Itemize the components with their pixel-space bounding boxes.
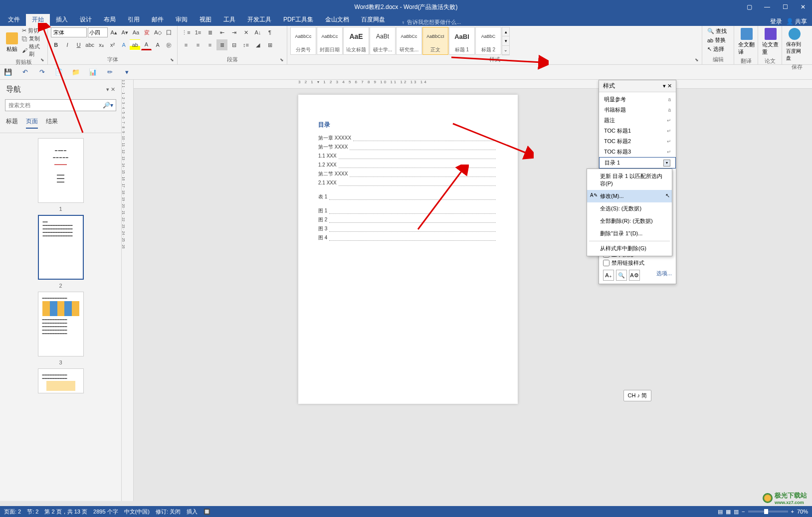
- style-dropdown-icon[interactable]: ▾: [663, 160, 670, 167]
- style-item-0[interactable]: AaBbCc分类号: [290, 27, 316, 55]
- status-word-count[interactable]: 2895 个字: [93, 508, 118, 516]
- style-item-5[interactable]: AaBbCcI正文: [422, 27, 448, 55]
- tab-jinshan[interactable]: 金山文档: [319, 13, 355, 26]
- replace-button[interactable]: ab替换: [705, 36, 729, 44]
- zoom-slider[interactable]: [748, 511, 788, 513]
- ctx-delete[interactable]: 删除"目录 1"(D)...: [587, 227, 672, 240]
- style-list-item[interactable]: TOC 标题1↵: [599, 126, 676, 136]
- numbering-btn[interactable]: 1≡: [193, 27, 203, 38]
- view-print-layout[interactable]: ▦: [726, 509, 731, 515]
- ime-indicator[interactable]: CH ♪ 简: [623, 390, 652, 401]
- tab-view[interactable]: 视图: [194, 13, 217, 26]
- ctx-modify[interactable]: A✎修改(M)...↖: [587, 190, 672, 202]
- search-input[interactable]: [5, 99, 116, 111]
- tab-developer[interactable]: 开发工具: [241, 13, 277, 26]
- disable-linked-checkbox[interactable]: 禁用链接样式: [603, 259, 672, 267]
- distribute-btn[interactable]: ⊟: [228, 39, 239, 50]
- ctx-remove-all[interactable]: 全部删除(R): (无数据): [587, 215, 672, 227]
- zoom-in-btn[interactable]: +: [791, 509, 794, 515]
- ctx-select-all[interactable]: 全选(S): (无数据): [587, 202, 672, 215]
- copy-button[interactable]: ⿻复制: [22, 35, 44, 42]
- style-inspector-btn[interactable]: 🔍: [616, 270, 627, 281]
- multilevel-btn[interactable]: ≣: [204, 27, 215, 38]
- qat-open[interactable]: 📁: [71, 67, 81, 77]
- status-insert-mode[interactable]: 插入: [187, 508, 198, 516]
- tellme-input[interactable]: ♀告诉我您想要做什么...: [401, 18, 461, 26]
- nav-tab-headings[interactable]: 标题: [6, 117, 18, 129]
- status-track-changes[interactable]: 修订: 关闭: [156, 508, 181, 516]
- asian-layout-btn[interactable]: ✕: [240, 27, 251, 38]
- superscript-btn[interactable]: x²: [107, 39, 118, 50]
- text-effects-btn[interactable]: A: [119, 39, 129, 50]
- tab-design[interactable]: 设计: [74, 13, 98, 26]
- font-color-btn[interactable]: A: [141, 39, 152, 50]
- tab-mailings[interactable]: 邮件: [146, 13, 170, 26]
- page-thumbnails[interactable]: ▬ ▬▬ ▬▬ ▬ ▬ ▬ ▬▬▬▬▬▬▬▬▬▬▬▬▬▬▬ 1 ▬▬▬▬▬▬▬▬…: [0, 133, 121, 501]
- status-page-count[interactable]: 第 2 页，共 13 页: [44, 508, 87, 516]
- strike-btn[interactable]: abc: [85, 39, 95, 50]
- thumb-1[interactable]: ▬ ▬▬ ▬▬ ▬ ▬ ▬ ▬▬▬▬▬▬▬▬▬▬▬▬▬▬▬: [38, 138, 84, 203]
- grow-font-btn[interactable]: A▴: [109, 27, 119, 38]
- justify-btn[interactable]: ≣: [216, 39, 227, 50]
- styles-options-link[interactable]: 选项...: [656, 270, 672, 281]
- style-item-3[interactable]: AaBt硕士学...: [370, 27, 396, 55]
- ctx-update-match[interactable]: 更新 目录 1 以匹配所选内容(P): [587, 170, 672, 190]
- thumb-2[interactable]: ▬▬▬▬▬▬▬▬▬▬▬▬▬▬▬▬▬▬▬▬▬▬▬▬▬▬▬▬▬▬▬▬▬▬▬▬▬▬▬▬…: [38, 215, 84, 280]
- minimize-btn[interactable]: —: [758, 0, 776, 14]
- highlight-btn[interactable]: ab: [130, 39, 140, 50]
- status-record-macro[interactable]: 🔲: [203, 509, 210, 515]
- thumb-4[interactable]: ▬▬▬▬▬▬▬▬▬▬▬▬▬▬▬▬▬▬▬▬: [38, 368, 84, 393]
- bold-btn[interactable]: B: [51, 39, 61, 50]
- enclose-btn[interactable]: ㊖: [164, 39, 174, 50]
- tab-insert[interactable]: 插入: [50, 13, 74, 26]
- styles-pane-close[interactable]: ▾ ✕: [663, 83, 672, 89]
- vertical-ruler[interactable]: 1 2 1 · · 1 · 2 · 3 · 4 · 5 · 6 · 7 · 8 …: [122, 80, 134, 501]
- italic-btn[interactable]: I: [62, 39, 73, 50]
- align-center-btn[interactable]: ≡: [193, 39, 203, 50]
- ribbon-display-btn[interactable]: ▢: [740, 0, 758, 14]
- style-item-1[interactable]: AaBbCc封面日期: [317, 27, 343, 55]
- share-button[interactable]: 👤 共享: [786, 17, 807, 26]
- tab-tools[interactable]: 工具: [217, 13, 241, 26]
- borders-btn[interactable]: ⊞: [264, 39, 275, 50]
- close-btn[interactable]: ✕: [794, 0, 812, 14]
- status-page[interactable]: 页面: 2: [4, 508, 21, 516]
- qat-undo[interactable]: ↶: [20, 67, 30, 77]
- thumb-3[interactable]: ▬▬▬▬▬▬▬▬▬▬▬▬▬▬▬▬▬▬▬▬▬▬▬▬▬▬▬▬▬▬▬▬▬▬▬▬▬▬▬▬…: [38, 292, 84, 356]
- increase-indent-btn[interactable]: ⇥: [228, 27, 239, 38]
- status-section[interactable]: 节: 2: [27, 508, 38, 516]
- qat-print[interactable]: 📊: [88, 67, 98, 77]
- tab-review[interactable]: 审阅: [170, 13, 194, 26]
- tab-layout[interactable]: 布局: [98, 13, 122, 26]
- qat-redo[interactable]: ↷: [37, 67, 47, 77]
- zoom-out-btn[interactable]: −: [742, 509, 745, 515]
- line-spacing-btn[interactable]: ↕≡: [240, 39, 251, 50]
- nav-tab-pages[interactable]: 页面: [26, 117, 38, 129]
- phonetic-btn[interactable]: 変: [142, 27, 152, 38]
- thesis-review-button[interactable]: 论文查重: [761, 27, 780, 57]
- new-style-btn[interactable]: A₊: [603, 270, 614, 281]
- translate-button[interactable]: 全文翻译: [737, 27, 756, 57]
- char-shading-btn[interactable]: A: [153, 39, 163, 50]
- tab-home[interactable]: 开始: [26, 13, 50, 26]
- status-language[interactable]: 中文(中国): [124, 508, 150, 516]
- login-link[interactable]: 登录: [770, 17, 782, 26]
- tab-pdf[interactable]: PDF工具集: [277, 13, 319, 26]
- styles-launcher[interactable]: ⬊: [695, 57, 701, 63]
- style-list-item[interactable]: 明显参考a: [599, 94, 676, 105]
- tab-file[interactable]: 文件: [2, 13, 26, 26]
- cut-button[interactable]: ✂剪切: [22, 27, 44, 34]
- zoom-level[interactable]: 70%: [797, 509, 808, 515]
- font-name-combo[interactable]: [51, 27, 87, 37]
- paste-button[interactable]: 粘贴: [3, 27, 21, 58]
- shrink-font-btn[interactable]: A▾: [120, 27, 130, 38]
- style-item-6[interactable]: AaBl标题 1: [449, 27, 475, 55]
- nav-dropdown[interactable]: ▾ ✕: [106, 86, 115, 93]
- bullets-btn[interactable]: ⋮≡: [181, 27, 192, 38]
- style-item-4[interactable]: AaBbCc研究生...: [396, 27, 422, 55]
- maximize-btn[interactable]: ☐: [776, 0, 794, 14]
- search-icon[interactable]: 🔎▾: [103, 102, 113, 109]
- font-launcher[interactable]: ⬊: [170, 57, 176, 63]
- style-list-item-selected[interactable]: 目录 1▾: [599, 157, 676, 169]
- change-case-btn[interactable]: Aa: [131, 27, 141, 38]
